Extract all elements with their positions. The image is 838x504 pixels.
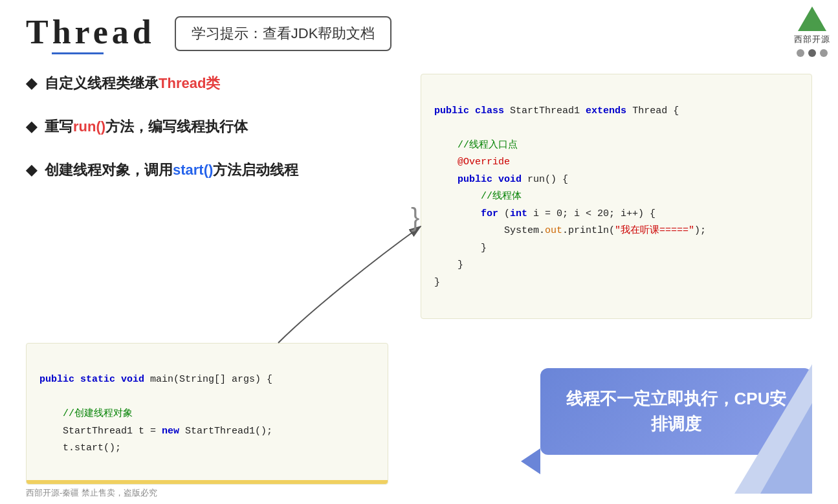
page-title: Thread: [26, 13, 155, 54]
bullet-item-3: ◆ 创建线程对象，调用start()方法启动线程: [26, 160, 401, 181]
bullet-diamond-2: ◆: [26, 117, 37, 137]
bullet-list: ◆ 自定义线程类继承Thread类 ◆ 重写run()方法，编写线程执行体 ◆ …: [26, 74, 401, 180]
bullet-item-2: ◆ 重写run()方法，编写线程执行体: [26, 117, 401, 137]
hint-box: 学习提示：查看JDK帮助文档: [175, 16, 392, 51]
footer: 西部开源-秦疆 禁止售卖，盗版必究: [26, 487, 157, 499]
title-block: Thread 学习提示：查看JDK帮助文档: [26, 13, 391, 54]
logo-triangle-icon: [798, 6, 826, 31]
bullet-text-2: 重写run()方法，编写线程执行体: [45, 117, 248, 137]
bullet-text-3: 创建线程对象，调用start()方法启动线程: [45, 160, 298, 181]
logo-area: 西部开源: [786, 6, 838, 57]
logo-text: 西部开源: [794, 34, 830, 45]
right-panel: public class StartThread1 extends Thread…: [421, 67, 812, 494]
bullet-diamond-3: ◆: [26, 160, 37, 181]
header: Thread 学习提示：查看JDK帮助文档 西部开源: [0, 0, 838, 61]
bullet-item-1: ◆ 自定义线程类继承Thread类: [26, 74, 401, 94]
title-underline: [52, 52, 104, 54]
code-block-bottom-left: public static void main(String[] args) {…: [26, 343, 388, 485]
code-block-top-right: public class StartThread1 extends Thread…: [421, 74, 812, 319]
deco-triangle-right2-icon: [760, 403, 812, 494]
logo-dot-2: [808, 49, 816, 57]
logo-dots: [797, 49, 828, 57]
bullet-text-1: 自定义线程类继承Thread类: [45, 74, 220, 94]
logo-dot-3: [820, 49, 828, 57]
bullet-diamond-1: ◆: [26, 74, 37, 94]
logo-dot-1: [797, 49, 804, 57]
callout-triangle-icon: [521, 448, 540, 474]
code-highlight-bar: [27, 480, 388, 484]
